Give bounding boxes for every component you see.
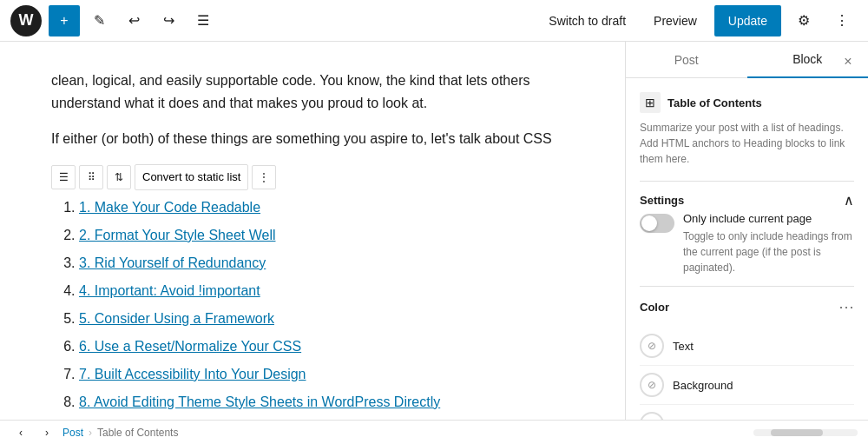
- toggle-label: Only include current page: [683, 212, 854, 225]
- toolbar-left: W + ✎ ↩ ↪ ☰: [10, 5, 535, 36]
- settings-button[interactable]: ⚙: [788, 5, 819, 36]
- horizontal-scrollbar-thumb: [771, 429, 823, 436]
- toggle-knob: [641, 215, 657, 231]
- toolbar: W + ✎ ↩ ↪ ☰ Switch to draft Preview Upda…: [0, 0, 868, 42]
- edit-button[interactable]: ✎: [83, 5, 115, 36]
- toc-link[interactable]: 4. Important: Avoid !important: [79, 283, 260, 298]
- sidebar-tabs: Post Block ×: [626, 42, 868, 78]
- toc-list-item: 4. Important: Avoid !important: [79, 277, 574, 305]
- bottom-scrollbar-area: [753, 429, 858, 436]
- preview-button[interactable]: Preview: [643, 5, 707, 36]
- toc-list: 1. Make Your Code Readable2. Format Your…: [51, 194, 574, 444]
- divider-1: [640, 181, 854, 182]
- switch-to-draft-button[interactable]: Switch to draft: [538, 5, 636, 36]
- redo-button[interactable]: ↪: [153, 5, 184, 36]
- color-label: Color: [640, 301, 669, 314]
- color-name-text: Text: [673, 340, 694, 353]
- block-type-icon: ⊞: [640, 92, 661, 113]
- color-name-background: Background: [673, 379, 733, 392]
- add-block-button[interactable]: +: [49, 5, 80, 36]
- wordpress-logo[interactable]: W: [10, 5, 42, 36]
- layout: clean, logical, and easily supportable c…: [0, 42, 868, 444]
- toc-block[interactable]: ☰ ⠿ ⇅ Convert to static list ⋮ 1. Make Y…: [51, 164, 574, 444]
- breadcrumb-root[interactable]: Post: [62, 427, 83, 439]
- toc-link[interactable]: 5. Consider Using a Framework: [79, 311, 274, 326]
- color-item-background[interactable]: ⊘ Background: [640, 366, 854, 405]
- block-title: Table of Contents: [667, 96, 762, 109]
- sidebar-close-button[interactable]: ×: [835, 49, 861, 75]
- tab-post[interactable]: Post: [626, 42, 747, 77]
- block-title-row: ⊞ Table of Contents: [640, 92, 854, 113]
- block-description: Summarize your post with a list of headi…: [640, 120, 854, 167]
- toc-list-item: 3. Rid Yourself of Redundancy: [79, 249, 574, 277]
- breadcrumb-separator: ›: [89, 427, 92, 439]
- toc-list-icon[interactable]: ☰: [51, 165, 76, 189]
- breadcrumb-child: Table of Contents: [97, 427, 178, 439]
- toc-more-icon[interactable]: ⋮: [252, 165, 276, 189]
- undo-button[interactable]: ↩: [118, 5, 149, 36]
- toc-link[interactable]: 7. Built Accessibility Into Your Design: [79, 367, 306, 381]
- toggle-text-block: Only include current page Toggle to only…: [683, 212, 854, 275]
- toc-list-item: 2. Format Your Style Sheet Well: [79, 222, 574, 249]
- color-item-text[interactable]: ⊘ Text: [640, 327, 854, 366]
- horizontal-scrollbar[interactable]: [753, 429, 858, 436]
- color-section-header: Color ⋯: [640, 297, 854, 316]
- include-current-page-toggle-row: Only include current page Toggle to only…: [640, 212, 854, 275]
- divider-2: [640, 286, 854, 287]
- toc-link[interactable]: 3. Rid Yourself of Redundancy: [79, 255, 266, 270]
- lead-paragraph: If either (or both) of these things are …: [51, 128, 574, 150]
- toggle-description: Toggle to only include headings from the…: [683, 229, 854, 275]
- more-options-button[interactable]: ⋮: [826, 5, 858, 36]
- breadcrumb-prev-button[interactable]: ‹: [10, 422, 31, 443]
- toc-list-item: 7. Built Accessibility Into Your Design: [79, 361, 574, 388]
- toc-list-item: 8. Avoid Editing Theme Style Sheets in W…: [79, 388, 574, 416]
- color-swatch-background: ⊘: [640, 373, 664, 397]
- color-swatch-text: ⊘: [640, 334, 664, 358]
- breadcrumb-next-button[interactable]: ›: [36, 422, 57, 443]
- settings-label: Settings: [640, 194, 684, 207]
- toc-block-toolbar: ☰ ⠿ ⇅ Convert to static list ⋮: [51, 164, 574, 190]
- toc-drag-icon[interactable]: ⠿: [79, 165, 103, 189]
- toc-link[interactable]: 1. Make Your Code Readable: [79, 200, 260, 215]
- tools-button[interactable]: ☰: [187, 5, 219, 36]
- update-button[interactable]: Update: [714, 5, 781, 36]
- toc-link[interactable]: 8. Avoid Editing Theme Style Sheets in W…: [79, 394, 440, 409]
- toc-link[interactable]: 2. Format Your Style Sheet Well: [79, 228, 275, 242]
- bottom-bar: ‹ › Post › Table of Contents: [0, 420, 868, 444]
- toolbar-right: Switch to draft Preview Update ⚙ ⋮: [538, 5, 858, 36]
- toc-list-item: 1. Make Your Code Readable: [79, 194, 574, 222]
- toc-list-item: 5. Consider Using a Framework: [79, 305, 574, 333]
- sidebar-content: ⊞ Table of Contents Summarize your post …: [626, 78, 868, 444]
- settings-header: Settings ∧: [640, 192, 854, 209]
- settings-collapse-icon[interactable]: ∧: [844, 192, 854, 209]
- editor-area[interactable]: clean, logical, and easily supportable c…: [0, 42, 625, 444]
- include-current-page-toggle[interactable]: [640, 214, 674, 233]
- color-more-icon[interactable]: ⋯: [838, 297, 854, 316]
- convert-to-static-list-button[interactable]: Convert to static list: [135, 164, 248, 190]
- sidebar-panel: Post Block × ⊞ Table of Contents Summari…: [625, 42, 868, 444]
- toc-arrows-icon[interactable]: ⇅: [107, 165, 131, 189]
- intro-paragraph: clean, logical, and easily supportable c…: [51, 70, 574, 114]
- editor-content: clean, logical, and easily supportable c…: [30, 70, 595, 444]
- toc-link[interactable]: 6. Use a Reset/Normalize Your CSS: [79, 339, 301, 354]
- toc-list-item: 6. Use a Reset/Normalize Your CSS: [79, 333, 574, 361]
